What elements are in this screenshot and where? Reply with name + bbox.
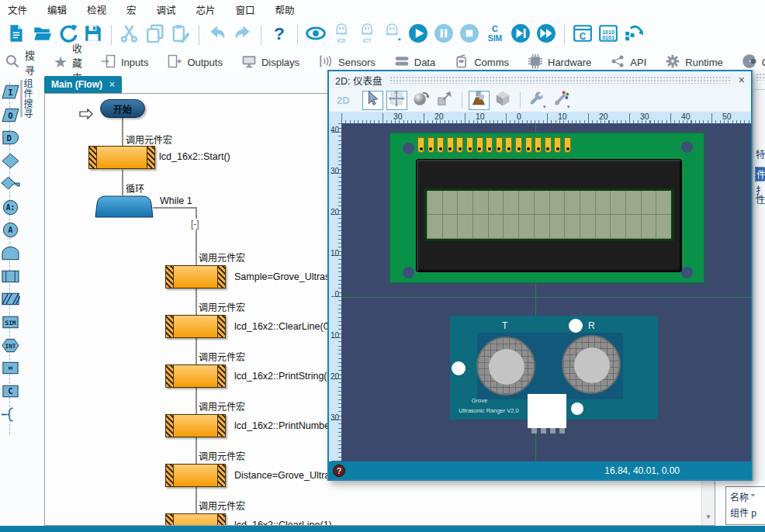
pan-move-tool[interactable] <box>386 91 407 110</box>
lcd-pin <box>456 137 463 153</box>
palette-tool-output[interactable]: O <box>1 107 20 123</box>
appearance-menu-tool[interactable]: ▼ <box>551 91 572 110</box>
step-into-button[interactable] <box>509 23 532 47</box>
category-data[interactable]: Data <box>394 54 435 71</box>
component-search-label: 搜寻 <box>25 47 35 77</box>
view-c-code-button[interactable]: C <box>571 23 594 47</box>
palette-tool-c-code[interactable]: C <box>1 383 20 399</box>
z-order-tool[interactable] <box>469 91 490 110</box>
flow-call-node[interactable] <box>165 414 226 437</box>
flow-call-node[interactable] <box>165 513 226 525</box>
palette-tool-delay[interactable]: D <box>1 130 20 146</box>
v-ruler-label: 30 <box>331 167 339 175</box>
dropdown-arrow-icon[interactable]: ▼ <box>542 105 547 109</box>
new-file-button[interactable] <box>5 23 28 47</box>
palette-tool-macro[interactable] <box>1 268 20 285</box>
dashboard-close-icon[interactable]: × <box>739 74 745 85</box>
tools-menu-tool[interactable]: ▼ <box>527 91 548 110</box>
category-inputs[interactable]: Inputs <box>101 54 148 71</box>
tab-close-icon[interactable]: × <box>109 79 115 90</box>
copy-button[interactable] <box>144 23 167 47</box>
favorites-star-icon: ★ <box>54 55 68 69</box>
view-binary-button[interactable]: 10100101 <box>597 23 620 47</box>
category-outputs[interactable]: Outputs <box>167 54 223 71</box>
palette-tool-switch[interactable] <box>1 176 20 192</box>
category-api[interactable]: API <box>610 54 646 71</box>
open-file-button[interactable] <box>30 23 54 47</box>
palette-tool-component-macro[interactable] <box>1 291 20 307</box>
category-runtime[interactable]: Runtime <box>665 54 722 71</box>
category-creation[interactable]: Creation <box>742 54 765 71</box>
flow-call-node[interactable] <box>165 315 226 338</box>
palette-tool-simulation[interactable]: SIM <box>1 314 20 330</box>
lcd-16x2-component[interactable] <box>389 133 704 283</box>
palette-tool-input[interactable]: I <box>1 84 20 100</box>
palette-tool-calculation[interactable]: = <box>1 360 20 376</box>
properties-edge-char[interactable]: 特 <box>756 147 765 161</box>
flow-while-loop-node[interactable] <box>95 195 154 218</box>
properties-edge-char[interactable]: 件 <box>756 168 765 181</box>
export-chart-button[interactable] <box>622 23 646 47</box>
scroll-down-icon[interactable]: ▼ <box>702 510 715 523</box>
view-eye-button[interactable] <box>304 23 327 47</box>
stop-button[interactable] <box>458 23 481 47</box>
scale-tool[interactable] <box>434 91 455 110</box>
flow-start-node[interactable]: 开始 <box>100 99 145 118</box>
view-3d-tool[interactable] <box>493 91 514 110</box>
v-ruler-label: 20 <box>331 372 339 381</box>
flow-call-node[interactable] <box>165 265 226 288</box>
dashboard-drag-grip[interactable] <box>389 76 730 84</box>
dropdown-arrow-icon[interactable]: ▼ <box>566 105 571 109</box>
flow-call-node[interactable] <box>165 464 226 487</box>
menu-item-7[interactable]: 窗口 <box>236 2 255 17</box>
menu-item-3[interactable]: 检视 <box>87 2 106 17</box>
component-search[interactable]: 搜寻 <box>5 47 35 77</box>
redo-button[interactable] <box>231 23 254 47</box>
select-cursor-tool[interactable] <box>362 91 383 110</box>
palette-tool-decision[interactable] <box>1 153 20 169</box>
palette-tool-goto-connection[interactable]: A <box>1 222 20 238</box>
palette-tool-loop[interactable] <box>1 245 20 261</box>
ghost-ict-button[interactable]: ICT <box>355 23 379 47</box>
palette-tool-connection-point[interactable]: A: <box>1 199 20 216</box>
flow-call-node[interactable] <box>165 364 226 388</box>
properties-edge-char[interactable]: 性 <box>756 192 765 206</box>
rotate-tool[interactable] <box>410 91 431 110</box>
category-inputs-label: Inputs <box>121 57 148 68</box>
undo-button[interactable] <box>206 23 229 47</box>
pause-button[interactable] <box>432 23 455 47</box>
dashboard-canvas[interactable]: T R Grove Ultrasonic Ranger V2.0 <box>341 123 751 461</box>
properties-panel-edge[interactable]: 特件扌性 <box>753 70 765 481</box>
flow-call-node[interactable] <box>88 146 155 169</box>
menu-item-1[interactable]: 文件 <box>8 2 27 17</box>
palette-tool-comment[interactable] <box>1 406 20 423</box>
cut-button[interactable] <box>118 23 141 47</box>
paste-button[interactable] <box>169 23 192 47</box>
play-button[interactable] <box>407 23 430 47</box>
category-hardware[interactable]: Hardware <box>528 54 591 71</box>
ghost-icd-button[interactable]: ICD <box>330 23 353 47</box>
c-sim-button[interactable]: CSIM <box>483 23 507 47</box>
palette-tool-interrupt[interactable]: INT <box>1 337 20 354</box>
lcd-character-grid <box>427 191 671 239</box>
category-displays[interactable]: Displays <box>241 54 299 71</box>
pan-move-icon <box>388 90 405 110</box>
tab-main-flow[interactable]: Main (Flow) × <box>44 76 122 93</box>
menu-item-4[interactable]: 宏 <box>126 2 137 17</box>
runtime-icon <box>665 54 680 71</box>
menu-item-8[interactable]: 帮助 <box>275 2 295 17</box>
component-search-vertical-label[interactable]: 组件搜寻 <box>23 78 34 128</box>
ultrasonic-ranger-component[interactable]: T R Grove Ultrasonic Ranger V2.0 <box>450 316 658 420</box>
flow-collapse-toggle[interactable]: [-] <box>190 219 200 230</box>
category-sensors[interactable]: Sensors <box>318 54 376 71</box>
menu-item-6[interactable]: 芯片 <box>196 2 216 17</box>
menu-item-2[interactable]: 编辑 <box>47 2 67 17</box>
step-over-button[interactable] <box>535 23 558 47</box>
error-indicator-icon[interactable]: ? <box>333 465 345 477</box>
help-button[interactable]: ? <box>268 23 291 47</box>
save-button[interactable] <box>81 23 105 47</box>
ghost-run-button[interactable]: * <box>381 23 404 47</box>
dashboard-title-bar[interactable]: 2D: 仪表盘 × <box>329 71 751 88</box>
menu-item-5[interactable]: 调试 <box>157 2 176 17</box>
category-comms[interactable]: Comms <box>454 54 509 71</box>
